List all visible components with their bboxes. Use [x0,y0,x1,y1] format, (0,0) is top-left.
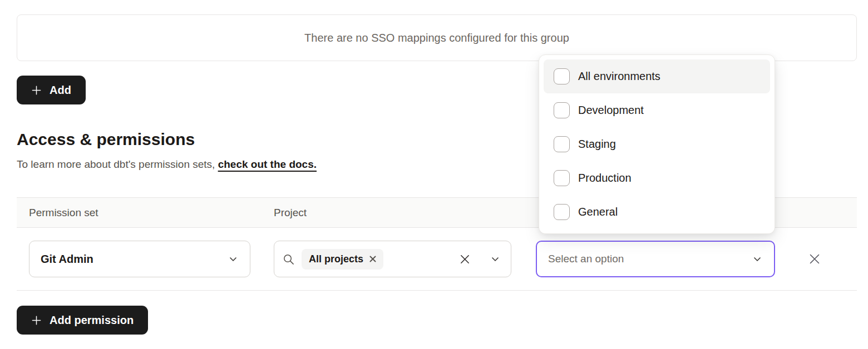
checkbox-unchecked[interactable] [554,170,570,186]
header-permission-set: Permission set [17,207,274,219]
chevron-down-icon [228,253,239,265]
permission-set-value: Git Admin [41,253,93,266]
checkbox-unchecked[interactable] [554,102,570,118]
checkbox-unchecked[interactable] [554,136,570,152]
option-label: General [578,206,618,218]
environment-dropdown-menu: All environments Development Staging Pro… [539,54,775,234]
dropdown-option-development[interactable]: Development [544,93,770,127]
add-permission-button[interactable]: Add permission [17,306,148,335]
clear-selection-icon[interactable] [459,253,471,265]
table-row: Git Admin All projects [17,228,857,291]
header-project: Project [274,207,536,219]
add-button-label: Add [50,84,71,97]
dropdown-option-production[interactable]: Production [544,161,770,195]
environment-placeholder: Select an option [548,253,624,265]
project-tag: All projects [302,249,383,270]
remove-tag-icon[interactable] [369,256,376,262]
chevron-down-icon [752,253,763,265]
option-label: All environments [578,70,660,83]
search-icon [282,253,295,266]
add-sso-mapping-button[interactable]: Add [17,76,86,104]
option-label: Development [578,104,644,117]
option-label: Staging [578,138,616,151]
remove-row-icon[interactable] [808,252,821,266]
dropdown-option-staging[interactable]: Staging [544,127,770,161]
checkbox-unchecked[interactable] [554,204,570,220]
dropdown-option-all-environments[interactable]: All environments [544,59,770,93]
sso-empty-message: There are no SSO mappings configured for… [304,32,569,44]
plus-icon [31,315,42,326]
project-multiselect[interactable]: All projects [274,241,511,277]
dropdown-option-general[interactable]: General [544,195,770,229]
project-tag-label: All projects [309,253,363,265]
option-label: Production [578,172,632,185]
description-text: To learn more about dbt's permission set… [17,158,218,170]
environment-select[interactable]: Select an option [536,241,775,277]
chevron-down-icon [490,253,501,265]
add-permission-label: Add permission [50,314,134,327]
permission-set-select[interactable]: Git Admin [29,241,250,277]
docs-link[interactable]: check out the docs. [218,158,317,170]
plus-icon [31,85,42,96]
checkbox-unchecked[interactable] [554,68,570,84]
